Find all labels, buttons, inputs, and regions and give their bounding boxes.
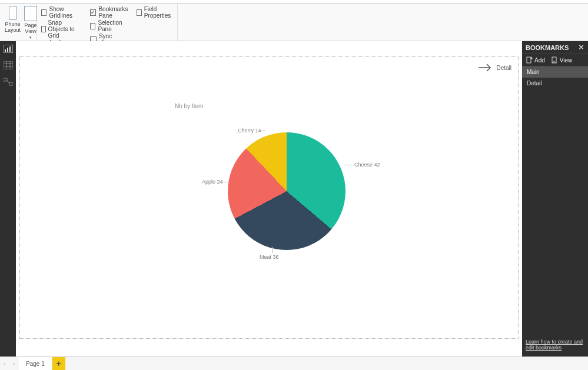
svg-rect-13 (527, 57, 531, 63)
report-view-icon[interactable] (4, 45, 13, 53)
model-view-icon[interactable] (4, 78, 13, 86)
bookmark-item-main[interactable]: Main (522, 66, 588, 78)
phone-icon (9, 6, 17, 20)
svg-line-11 (7, 80, 9, 84)
page-view-button[interactable]: Page View ▾ (24, 5, 37, 41)
page-next-button[interactable]: › (9, 357, 19, 370)
svg-rect-4 (4, 61, 13, 69)
bookmark-list: Main Detail (522, 66, 588, 335)
bookmark-add-button[interactable]: Add (526, 56, 545, 64)
report-canvas[interactable]: Detail Nb by Item Cheese 42 Meat 36 Appl… (16, 41, 522, 356)
bookmarks-pane: BOOKMARKS ✕ Add View Main Detail Learn h… (522, 41, 588, 356)
slice-label-cherry: Cherry 14 (238, 128, 261, 134)
phone-layout-button[interactable]: Phone Layout (5, 5, 21, 41)
chk-bookmarks-pane[interactable]: Bookmarks Pane (90, 6, 128, 19)
page-prev-button[interactable]: ‹ (0, 357, 9, 370)
chk-snap-to-grid[interactable]: Snap Objects to Grid (41, 19, 82, 39)
arrow-right-icon (477, 62, 493, 73)
page-tab-1[interactable]: Page 1 (19, 357, 52, 370)
bookmark-view-icon (551, 56, 558, 64)
svg-rect-2 (7, 48, 8, 52)
svg-rect-9 (4, 78, 7, 81)
ribbon: Phone Layout Page View ▾ View Show Gridl… (0, 4, 588, 41)
detail-nav-button[interactable]: Detail (477, 62, 511, 73)
slice-label-apple: Apple 24 (202, 179, 223, 185)
svg-rect-3 (9, 46, 11, 52)
chk-field-properties[interactable]: Field Properties (137, 6, 172, 19)
bookmarks-learn-link[interactable]: Learn how to create and edit bookmarks (526, 339, 583, 351)
bookmark-add-icon (526, 56, 533, 64)
slice-label-meat: Meat 36 (260, 254, 279, 260)
bookmarks-title: BOOKMARKS (526, 44, 569, 51)
page-tabs: ‹ › Page 1 + (0, 356, 588, 370)
pie-slices (228, 132, 346, 250)
pie-chart[interactable] (228, 132, 346, 250)
chk-show-gridlines[interactable]: Show Gridlines (41, 6, 82, 19)
bookmark-item-detail[interactable]: Detail (522, 78, 588, 89)
svg-rect-10 (9, 82, 13, 85)
close-icon[interactable]: ✕ (578, 43, 584, 52)
chevron-down-icon: ▾ (29, 35, 32, 39)
page-icon (24, 6, 37, 21)
page-add-button[interactable]: + (52, 357, 65, 370)
slice-label-cheese: Cheese 42 (354, 162, 380, 168)
bookmark-view-button[interactable]: View (551, 56, 573, 64)
chart-title: Nb by Item (175, 103, 203, 109)
left-rail (0, 41, 16, 356)
data-view-icon[interactable] (4, 61, 13, 69)
svg-rect-1 (5, 49, 6, 52)
chk-selection-pane[interactable]: Selection Pane (90, 19, 128, 32)
